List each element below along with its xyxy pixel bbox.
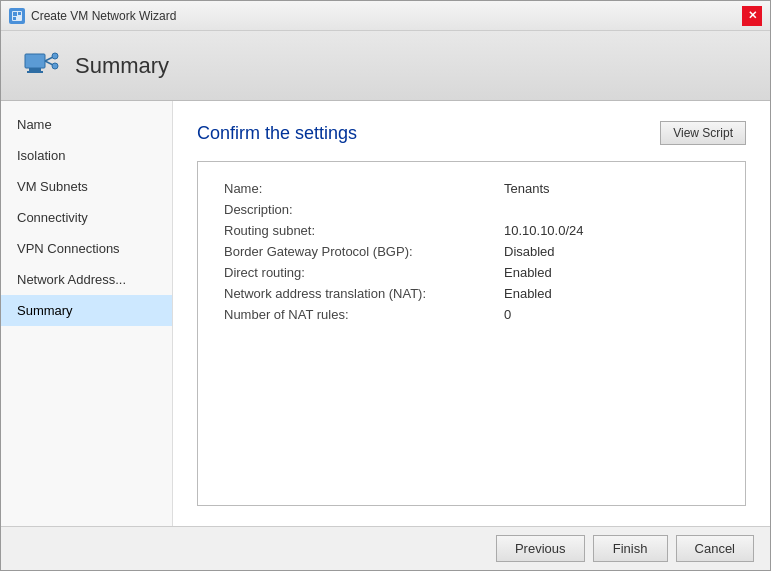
table-row: Name: Tenants [218, 178, 725, 199]
sidebar-item-name[interactable]: Name [1, 109, 172, 140]
setting-label: Description: [218, 199, 498, 220]
title-bar: Create VM Network Wizard ✕ [1, 1, 770, 31]
setting-label: Direct routing: [218, 262, 498, 283]
main-content: Name Isolation VM Subnets Connectivity V… [1, 101, 770, 526]
svg-rect-1 [13, 12, 17, 16]
footer: Previous Finish Cancel [1, 526, 770, 570]
content-title: Confirm the settings [197, 123, 357, 144]
setting-value: Disabled [498, 241, 725, 262]
table-row: Border Gateway Protocol (BGP): Disabled [218, 241, 725, 262]
setting-label: Routing subnet: [218, 220, 498, 241]
sidebar-item-summary[interactable]: Summary [1, 295, 172, 326]
setting-label: Border Gateway Protocol (BGP): [218, 241, 498, 262]
setting-label: Network address translation (NAT): [218, 283, 498, 304]
svg-point-10 [52, 63, 58, 69]
sidebar-item-vm-subnets[interactable]: VM Subnets [1, 171, 172, 202]
previous-button[interactable]: Previous [496, 535, 585, 562]
svg-rect-4 [25, 54, 45, 68]
setting-value: 10.10.10.0/24 [498, 220, 725, 241]
app-icon [9, 8, 25, 24]
settings-box: Name: Tenants Description: Routing subne… [197, 161, 746, 506]
setting-value [498, 199, 725, 220]
sidebar-item-network-address[interactable]: Network Address... [1, 264, 172, 295]
setting-value: Enabled [498, 262, 725, 283]
settings-table: Name: Tenants Description: Routing subne… [218, 178, 725, 325]
svg-rect-2 [18, 12, 21, 15]
table-row: Description: [218, 199, 725, 220]
window-title: Create VM Network Wizard [31, 9, 176, 23]
finish-button[interactable]: Finish [593, 535, 668, 562]
banner-title: Summary [75, 53, 169, 79]
sidebar-item-vpn-connections[interactable]: VPN Connections [1, 233, 172, 264]
sidebar-item-connectivity[interactable]: Connectivity [1, 202, 172, 233]
view-script-button[interactable]: View Script [660, 121, 746, 145]
sidebar-item-isolation[interactable]: Isolation [1, 140, 172, 171]
sidebar: Name Isolation VM Subnets Connectivity V… [1, 101, 173, 526]
table-row: Network address translation (NAT): Enabl… [218, 283, 725, 304]
setting-value: Enabled [498, 283, 725, 304]
cancel-button[interactable]: Cancel [676, 535, 754, 562]
setting-value: Tenants [498, 178, 725, 199]
wizard-window: Create VM Network Wizard ✕ Summary Name … [0, 0, 771, 571]
svg-point-9 [52, 53, 58, 59]
setting-label: Name: [218, 178, 498, 199]
setting-value: 0 [498, 304, 725, 325]
svg-rect-3 [13, 17, 16, 20]
content-header: Confirm the settings View Script [197, 121, 746, 145]
close-button[interactable]: ✕ [742, 6, 762, 26]
banner-network-icon [21, 46, 61, 86]
svg-rect-6 [27, 71, 43, 73]
svg-rect-5 [29, 68, 41, 71]
setting-label: Number of NAT rules: [218, 304, 498, 325]
table-row: Direct routing: Enabled [218, 262, 725, 283]
header-banner: Summary [1, 31, 770, 101]
title-bar-left: Create VM Network Wizard [9, 8, 176, 24]
table-row: Routing subnet: 10.10.10.0/24 [218, 220, 725, 241]
table-row: Number of NAT rules: 0 [218, 304, 725, 325]
content-area: Confirm the settings View Script Name: T… [173, 101, 770, 526]
